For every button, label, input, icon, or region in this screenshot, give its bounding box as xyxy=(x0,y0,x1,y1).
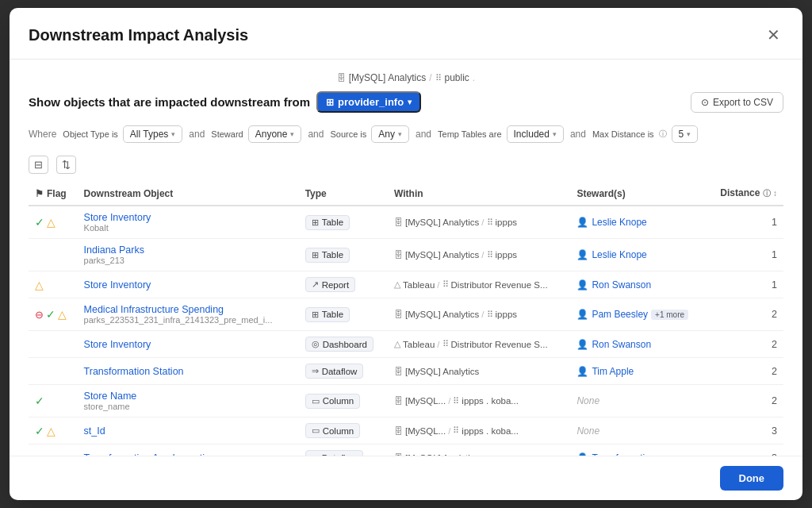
flag-icon: △ xyxy=(35,279,44,291)
table-row: Indiana Parksparks_213⊞Table🗄[MySQL] Ana… xyxy=(29,239,783,271)
table-row: ✓△Store InventoryKobalt⊞Table🗄[MySQL] An… xyxy=(29,206,783,239)
distance-cell: 1 xyxy=(707,271,783,298)
steward-cell: 👤Leslie Knope xyxy=(570,239,707,271)
steward-link[interactable]: Leslie Knope xyxy=(592,217,646,228)
type-icon: ▭ xyxy=(312,425,320,436)
within-db-icon: 🗄 xyxy=(394,396,403,406)
steward-link[interactable]: Ron Swanson xyxy=(592,339,651,350)
export-csv-button[interactable]: ⊙ Export to CSV xyxy=(691,92,783,113)
type-icon: ↗ xyxy=(312,279,319,290)
downstream-object-link[interactable]: Store Name xyxy=(84,391,137,402)
steward-link[interactable]: Tim Apple xyxy=(592,366,634,377)
within-schema: Distributor Revenue S... xyxy=(451,280,548,290)
table-caret-icon: ▾ xyxy=(408,98,412,106)
within-schema-icon: ⠿ xyxy=(442,339,449,349)
toggle-view-button[interactable]: ⊟ xyxy=(29,156,48,174)
breadcrumb-db: [MySQL] Analytics xyxy=(349,72,426,83)
flag-icon: △ xyxy=(47,425,56,437)
and-4: and xyxy=(570,129,586,140)
table-selector-button[interactable]: ⊞ provider_info ▾ xyxy=(316,91,421,113)
breadcrumb-schema: public xyxy=(445,72,469,83)
steward-cell: 👤Transformation... xyxy=(570,444,707,456)
downstream-object-link[interactable]: Store Inventory xyxy=(84,339,151,350)
steward-link[interactable]: Pam Beesley xyxy=(592,309,648,320)
max-distance-select[interactable]: 5 ▾ xyxy=(672,125,699,143)
type-cell: ⇒Dataflow xyxy=(299,358,388,385)
close-button[interactable]: ✕ xyxy=(764,24,783,46)
col-downstream-object: Downstream Object xyxy=(78,182,299,206)
within-sep: / xyxy=(437,280,439,290)
temp-tables-select[interactable]: Included ▾ xyxy=(507,125,564,143)
within-db: Tableau xyxy=(403,340,435,349)
and-1: and xyxy=(189,129,205,140)
downstream-object-cell: Indiana Parksparks_213 xyxy=(78,239,299,271)
object-type-value: All Types xyxy=(130,129,168,140)
steward-filter: Steward Anyone ▾ xyxy=(211,125,301,143)
type-icon: ▭ xyxy=(312,396,320,406)
steward-icon: 👤 xyxy=(576,217,588,228)
steward-caret-icon: ▾ xyxy=(290,130,294,138)
steward-cell: None xyxy=(570,385,707,418)
downstream-object-link[interactable]: Medical Infrastructure Spending xyxy=(84,304,224,315)
within-db-icon: △ xyxy=(394,339,400,349)
within-cell: 🗄[MySQL] Analytics xyxy=(388,358,570,385)
table-row: △Store Inventory↗Report△Tableau / ⠿Distr… xyxy=(29,271,783,298)
table-header-row: ⚑ Flag Downstream Object Type Within Ste… xyxy=(29,182,783,206)
downstream-object-link[interactable]: Transformation Station xyxy=(84,366,184,377)
downstream-object-link[interactable]: Store Inventory xyxy=(84,212,151,223)
type-badge: ▭Column xyxy=(305,423,361,438)
object-type-select[interactable]: All Types ▾ xyxy=(123,125,182,143)
within-schema-icon: ⠿ xyxy=(487,310,493,320)
within-db: Tableau xyxy=(403,280,435,290)
distance-cell: 3 xyxy=(707,444,783,456)
within-sep: / xyxy=(481,250,484,260)
within-db: [MySQL... xyxy=(405,426,446,436)
downstream-object-link[interactable]: Indiana Parks xyxy=(84,244,144,256)
type-badge: ⇒Dataflow xyxy=(305,364,364,379)
within-schema: ippps . koba... xyxy=(462,426,519,436)
table-row: Store Inventory◎Dashboard△Tableau / ⠿Dis… xyxy=(29,331,783,358)
db-icon: 🗄 xyxy=(337,73,346,83)
type-badge: ⊞Table xyxy=(305,307,350,322)
modal-header: Downstream Impact Analysis ✕ xyxy=(10,8,802,60)
done-button[interactable]: Done xyxy=(720,466,784,491)
downstream-object-cell: Transformation Station xyxy=(78,358,299,385)
downstream-object-link[interactable]: st_Id xyxy=(84,425,105,437)
downstream-object-link[interactable]: Store Inventory xyxy=(84,279,151,291)
source-value: Any xyxy=(378,129,395,140)
downstream-object-sub: store_name xyxy=(84,402,293,411)
distance-info-icon[interactable]: ⓘ xyxy=(763,189,771,198)
within-db-icon: 🗄 xyxy=(394,250,403,260)
distance-cell: 2 xyxy=(707,331,783,358)
type-cell: ◎Dashboard xyxy=(299,331,388,358)
steward-icon: 👤 xyxy=(576,279,588,291)
steward-link[interactable]: Ron Swanson xyxy=(592,279,651,291)
downstream-object-cell: Medical Infrastructure Spendingparks_223… xyxy=(78,298,299,331)
sort-button[interactable]: ⇅ xyxy=(56,156,76,174)
steward-icon: 👤 xyxy=(576,249,588,260)
steward-link[interactable]: Leslie Knope xyxy=(592,249,646,260)
flag-cell xyxy=(29,444,78,456)
within-schema-icon: ⠿ xyxy=(453,396,459,406)
flag-icon: ✓ xyxy=(35,425,44,437)
and-3: and xyxy=(416,129,431,140)
within-sep: / xyxy=(481,217,484,227)
distance-cell: 1 xyxy=(707,239,783,271)
breadcrumb: 🗄 [MySQL] Analytics / ⠿ public . xyxy=(29,72,783,83)
type-cell: ⊞Table xyxy=(299,239,388,271)
distance-sort-icon[interactable]: ↕ xyxy=(773,189,777,198)
type-label: Table xyxy=(322,217,344,227)
max-distance-info-icon[interactable]: ⓘ xyxy=(659,129,667,140)
table-row: Transformation Station⇒Dataflow🗄[MySQL] … xyxy=(29,358,783,385)
within-db: [MySQL... xyxy=(405,396,446,406)
steward-extra-badge: +1 more xyxy=(651,310,688,320)
type-label: Column xyxy=(323,396,354,406)
downstream-object-cell: Transformation Amalgamation xyxy=(78,444,299,456)
downstream-object-cell: Store Namestore_name xyxy=(78,385,299,418)
within-sep: / xyxy=(448,396,450,406)
steward-select[interactable]: Anyone ▾ xyxy=(248,125,302,143)
col-type: Type xyxy=(299,182,388,206)
breadcrumb-sep1: / xyxy=(429,72,431,83)
source-select[interactable]: Any ▾ xyxy=(371,125,409,143)
max-distance-caret-icon: ▾ xyxy=(687,130,691,138)
